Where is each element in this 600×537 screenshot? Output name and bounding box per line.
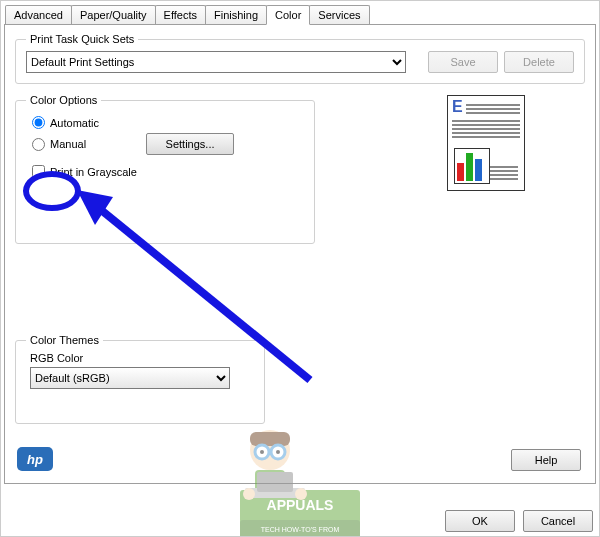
- svg-point-17: [295, 488, 307, 500]
- svg-text:TECH HOW-TO'S FROM: TECH HOW-TO'S FROM: [261, 526, 340, 533]
- svg-rect-15: [257, 472, 293, 492]
- svg-point-16: [243, 488, 255, 500]
- help-button[interactable]: Help: [511, 449, 581, 471]
- rgb-theme-select[interactable]: Default (sRGB): [30, 367, 230, 389]
- color-options-group: Color Options Automatic Manual Settings.…: [15, 94, 315, 244]
- svg-point-8: [255, 445, 269, 459]
- svg-rect-2: [240, 520, 360, 537]
- delete-button[interactable]: Delete: [504, 51, 574, 73]
- tab-services[interactable]: Services: [309, 5, 369, 25]
- manual-label: Manual: [50, 138, 86, 150]
- dialog-buttons: OK Cancel: [445, 510, 593, 532]
- ok-button[interactable]: OK: [445, 510, 515, 532]
- svg-point-6: [250, 430, 290, 470]
- svg-point-12: [276, 450, 280, 454]
- automatic-label: Automatic: [50, 117, 99, 129]
- svg-rect-14: [245, 488, 305, 498]
- svg-rect-1: [240, 490, 360, 530]
- color-options-legend: Color Options: [26, 94, 101, 106]
- grayscale-checkbox[interactable]: [32, 165, 45, 178]
- page-preview-icon: E: [447, 95, 525, 191]
- settings-button[interactable]: Settings...: [146, 133, 234, 155]
- color-themes-legend: Color Themes: [26, 334, 103, 346]
- svg-point-9: [271, 445, 285, 459]
- automatic-radio[interactable]: [32, 116, 45, 129]
- cancel-button[interactable]: Cancel: [523, 510, 593, 532]
- tab-strip: Advanced Paper/Quality Effects Finishing…: [1, 1, 599, 24]
- tab-effects[interactable]: Effects: [155, 5, 206, 25]
- color-themes-group: Color Themes RGB Color Default (sRGB): [15, 334, 265, 424]
- quicksets-group: Print Task Quick Sets Default Print Sett…: [15, 33, 585, 84]
- manual-radio[interactable]: [32, 138, 45, 151]
- svg-rect-13: [255, 470, 285, 492]
- svg-point-11: [260, 450, 264, 454]
- svg-rect-7: [250, 432, 290, 446]
- grayscale-label: Print in Grayscale: [50, 166, 137, 178]
- save-button[interactable]: Save: [428, 51, 498, 73]
- quicksets-legend: Print Task Quick Sets: [26, 33, 138, 45]
- svg-text:APPUALS: APPUALS: [267, 497, 334, 513]
- quicksets-select[interactable]: Default Print Settings: [26, 51, 406, 73]
- hp-logo-icon: hp: [17, 447, 53, 471]
- tab-color[interactable]: Color: [266, 5, 310, 25]
- tab-paper-quality[interactable]: Paper/Quality: [71, 5, 156, 25]
- appuals-watermark-icon: APPUALS TECH HOW-TO'S FROM THE EXPERTS!: [215, 410, 395, 537]
- rgb-color-label: RGB Color: [30, 352, 254, 364]
- tab-finishing[interactable]: Finishing: [205, 5, 267, 25]
- tab-advanced[interactable]: Advanced: [5, 5, 72, 25]
- tab-panel-color: Print Task Quick Sets Default Print Sett…: [4, 24, 596, 484]
